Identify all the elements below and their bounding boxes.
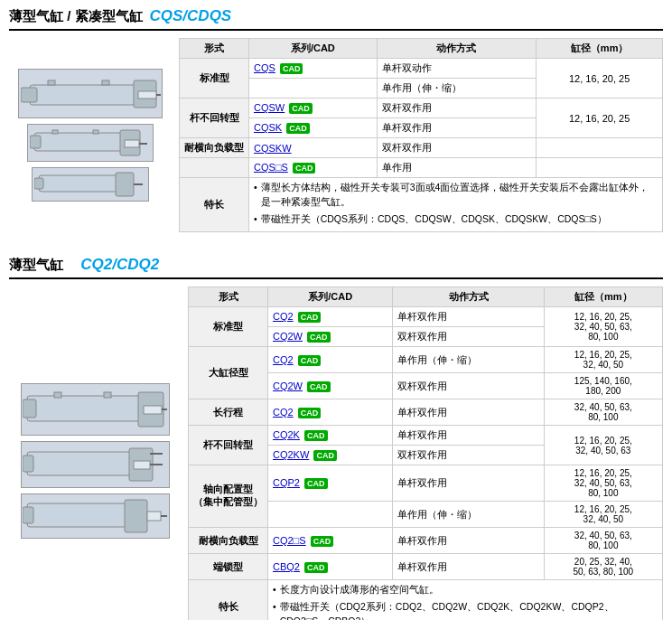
cq2-action-1: 单杆双作用 xyxy=(393,307,544,327)
cq2-largediameter-label: 大缸径型 xyxy=(189,347,268,399)
cq2-feature-row: 特长 • 长度方向设计成薄形的省空间气缸。 • 带磁性开关（CDQ2系列：CDQ… xyxy=(189,580,663,620)
cq2-longstroke-action: 单杆双作用 xyxy=(393,399,544,426)
svg-rect-31 xyxy=(27,503,126,527)
cq2w-large2-badge[interactable]: CAD xyxy=(307,381,331,392)
svg-rect-24 xyxy=(104,392,111,398)
table-row: CQS□S CAD 单作用 xyxy=(180,158,663,178)
cq2-large1-link[interactable]: CQ2 xyxy=(273,354,294,365)
cq2w-cad-badge[interactable]: CAD xyxy=(307,332,331,343)
cq2-body: 形式 系列/CAD 动作方式 缸径（mm） 标准型 CQ2 CAD 单杆双作用 … xyxy=(9,287,663,620)
cqp2-empty-cell xyxy=(268,502,393,528)
cq2s-link-cell: CQ2□S CAD xyxy=(268,528,393,554)
cbq2-badge[interactable]: CAD xyxy=(304,562,328,573)
cqs-title-cn: 薄型气缸 / 紧凑型气缸 xyxy=(9,8,143,25)
cqs-diameter-norotate: 12, 16, 20, 25 xyxy=(537,99,663,138)
cq2-longstroke-badge[interactable]: CAD xyxy=(298,408,322,418)
cqsw-link[interactable]: CQSW xyxy=(254,102,285,113)
cq2-diameter-large2: 125, 140, 160,180, 200 xyxy=(544,373,662,399)
cqp2-link[interactable]: CQP2 xyxy=(273,477,300,488)
svg-rect-1 xyxy=(21,88,37,102)
cqs-feature-row: 特长 • 薄型长方体结构，磁性开关专装可3面或4面位置选择，磁性开关安装后不会露… xyxy=(180,178,663,232)
cq2-title-cn: 薄型气缸 xyxy=(9,257,63,274)
svg-rect-16 xyxy=(116,173,134,196)
cq2w-link[interactable]: CQ2W xyxy=(273,331,303,342)
table-row: 标准型 CQS CAD 单杆双动作 12, 16, 20, 25 xyxy=(180,59,663,79)
svg-rect-3 xyxy=(138,91,156,99)
cqp2-badge[interactable]: CAD xyxy=(304,478,328,489)
cq2-large1-link-cell: CQ2 CAD xyxy=(268,347,393,373)
cqs-standard-label: 标准型 xyxy=(180,59,249,99)
cqss-cad-badge[interactable]: CAD xyxy=(293,163,316,174)
svg-rect-25 xyxy=(27,452,131,475)
cq2-diameter-large1: 12, 16, 20, 25,32, 40, 50 xyxy=(544,347,662,373)
cq2-image-2 xyxy=(21,441,170,488)
cqs-bullet-1: • 薄型长方体结构，磁性开关专装可3面或4面位置选择，磁性开关安装后不会露出缸体… xyxy=(254,181,658,210)
cq2k-action: 单杆双作用 xyxy=(393,426,544,446)
cqp2-diameter: 12, 16, 20, 25,32, 40, 50, 63,80, 100 xyxy=(544,465,662,502)
cq2s-action: 单杆双作用 xyxy=(393,528,544,554)
svg-rect-18 xyxy=(27,396,140,421)
svg-rect-26 xyxy=(23,456,33,472)
cqs-col-action: 动作方式 xyxy=(377,39,537,59)
cq2-large2-link-cell: CQ2W CAD xyxy=(268,373,393,399)
cqs-image-3 xyxy=(32,167,149,202)
cqsk-link[interactable]: CQSK xyxy=(254,122,282,133)
cq2kw-link[interactable]: CQ2KW xyxy=(273,449,309,460)
cq2-large1-action: 单作用（伸・缩） xyxy=(393,347,544,373)
table-row: 杆不回转型 CQSW CAD 双杆双作用 12, 16, 20, 25 xyxy=(180,99,663,118)
cqsw-cad-badge[interactable]: CAD xyxy=(289,103,313,114)
cq2kw-action: 双杆双作用 xyxy=(393,446,544,465)
cq2-diameter-standard: 12, 16, 20, 25,32, 40, 50, 63,80, 100 xyxy=(544,307,662,347)
cqskw-action: 双杆双作用 xyxy=(377,138,537,158)
cq2w-action: 双杆双作用 xyxy=(393,327,544,347)
cq2-norotate-label: 杆不回转型 xyxy=(189,426,268,465)
cq2-bullet-2: • 带磁性开关（CDQ2系列：CDQ2、CDQ2W、CDQ2K、CDQ2KW、C… xyxy=(273,600,658,620)
cq2k-badge[interactable]: CAD xyxy=(304,430,328,441)
cq2-table: 形式 系列/CAD 动作方式 缸径（mm） 标准型 CQ2 CAD 单杆双作用 … xyxy=(188,287,663,620)
cq2-link[interactable]: CQ2 xyxy=(273,311,294,322)
cqskw-link[interactable]: CQSKW xyxy=(254,143,292,154)
cqsk-cad-badge[interactable]: CAD xyxy=(286,123,310,134)
cq2s-link[interactable]: CQ2□S xyxy=(273,535,306,546)
svg-rect-8 xyxy=(30,136,41,148)
cqs-action-1: 单杆双动作 xyxy=(377,59,537,79)
cq2s-badge[interactable]: CAD xyxy=(311,536,334,547)
table-row: 长行程 CQ2 CAD 单杆双作用 32, 40, 50, 63,80, 100 xyxy=(189,399,663,426)
cq2-diameter-norotate: 12, 16, 20, 25,32, 40, 50, 63 xyxy=(544,426,662,465)
cqs-link[interactable]: CQS xyxy=(254,62,275,73)
cq2-cq2w-link-cell: CQ2W CAD xyxy=(268,327,393,347)
cq2-feature-label: 特长 xyxy=(189,580,268,620)
cbq2-link[interactable]: CBQ2 xyxy=(273,561,300,572)
cqs-lateral-label: 耐横向负载型 xyxy=(180,138,249,158)
table-row: 端锁型 CBQ2 CAD 单杆双作用 20, 25, 32, 40,50, 63… xyxy=(189,554,663,580)
cqs-col-diameter: 缸径（mm） xyxy=(537,39,663,59)
cqss-link[interactable]: CQS□S xyxy=(254,162,288,173)
cqp2-action: 单杆双作用 xyxy=(393,465,544,502)
svg-rect-15 xyxy=(34,178,43,189)
cqs-col-type: 形式 xyxy=(180,39,249,59)
cqp2-link-cell: CQP2 CAD xyxy=(268,465,393,502)
cq2w-large2-link[interactable]: CQ2W xyxy=(273,380,303,391)
cq2-large2-action: 双杆双作用 xyxy=(393,373,544,399)
cq2-longstroke-link-cell: CQ2 CAD xyxy=(268,399,393,426)
svg-rect-10 xyxy=(125,140,139,147)
table-row: 耐横向负载型 CQ2□S CAD 单杆双作用 32, 40, 50, 63,80… xyxy=(189,528,663,554)
cq2-longstroke-link[interactable]: CQ2 xyxy=(273,407,294,418)
table-row: 大缸径型 CQ2 CAD 单作用（伸・缩） 12, 16, 20, 25,32,… xyxy=(189,347,663,373)
svg-rect-12 xyxy=(52,130,58,134)
cqs-image-2 xyxy=(27,124,154,162)
svg-rect-23 xyxy=(54,392,61,398)
cq2-images xyxy=(9,287,181,620)
cbq2-diameter: 20, 25, 32, 40,50, 63, 80, 100 xyxy=(544,554,662,580)
cq2-large1-badge[interactable]: CAD xyxy=(298,355,322,366)
cq2kw-badge[interactable]: CAD xyxy=(313,450,337,461)
cqp2-diameter2: 12, 16, 20, 25,32, 40, 50 xyxy=(544,502,662,528)
cq2-cad-badge[interactable]: CAD xyxy=(298,312,322,323)
cqs-cqsw-link-cell: CQSW CAD xyxy=(249,99,378,118)
table-row: 杆不回转型 CQ2K CAD 单杆双作用 12, 16, 20, 25,32, … xyxy=(189,426,663,446)
cqs-title-en: CQS/CDQS xyxy=(150,7,232,25)
cq2-bullet-1: • 长度方向设计成薄形的省空间气缸。 xyxy=(273,583,658,597)
cqs-section: 薄型气缸 / 紧凑型气缸 CQS/CDQS xyxy=(0,0,672,240)
cqs-cad-badge[interactable]: CAD xyxy=(280,63,303,74)
cq2k-link[interactable]: CQ2K xyxy=(273,429,300,440)
